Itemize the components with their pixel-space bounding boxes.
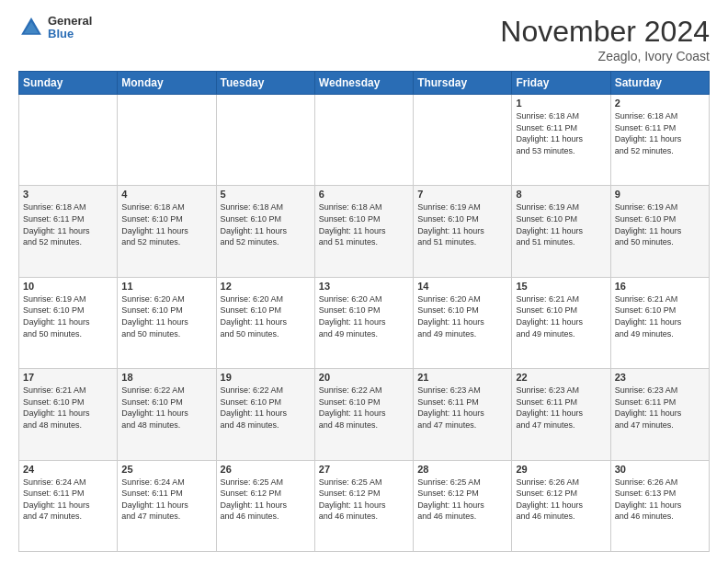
day-number: 3 xyxy=(23,189,113,200)
calendar-cell: 16Sunrise: 6:21 AM Sunset: 6:10 PM Dayli… xyxy=(610,277,709,368)
day-number: 16 xyxy=(615,281,705,292)
day-info: Sunrise: 6:26 AM Sunset: 6:13 PM Dayligh… xyxy=(615,477,705,523)
page-header: General Blue November 2024 Zeaglo, Ivory… xyxy=(18,15,710,63)
day-number: 27 xyxy=(319,464,409,475)
day-info: Sunrise: 6:18 AM Sunset: 6:10 PM Dayligh… xyxy=(121,201,211,247)
day-number: 18 xyxy=(121,372,211,383)
calendar-week-4: 17Sunrise: 6:21 AM Sunset: 6:10 PM Dayli… xyxy=(19,369,710,460)
day-number: 8 xyxy=(516,189,606,200)
day-number: 12 xyxy=(221,281,311,292)
calendar-cell: 17Sunrise: 6:21 AM Sunset: 6:10 PM Dayli… xyxy=(19,369,118,460)
day-info: Sunrise: 6:25 AM Sunset: 6:12 PM Dayligh… xyxy=(221,477,311,523)
calendar-cell: 19Sunrise: 6:22 AM Sunset: 6:10 PM Dayli… xyxy=(216,369,314,460)
calendar-cell: 8Sunrise: 6:19 AM Sunset: 6:10 PM Daylig… xyxy=(512,186,610,277)
calendar-cell: 22Sunrise: 6:23 AM Sunset: 6:11 PM Dayli… xyxy=(512,369,610,460)
day-number: 11 xyxy=(121,281,211,292)
weekday-wednesday: Wednesday xyxy=(314,72,413,95)
day-info: Sunrise: 6:23 AM Sunset: 6:11 PM Dayligh… xyxy=(417,385,507,431)
calendar-body: 1Sunrise: 6:18 AM Sunset: 6:11 PM Daylig… xyxy=(19,95,710,552)
day-info: Sunrise: 6:24 AM Sunset: 6:11 PM Dayligh… xyxy=(121,477,211,523)
day-info: Sunrise: 6:21 AM Sunset: 6:10 PM Dayligh… xyxy=(516,293,606,339)
calendar-cell: 11Sunrise: 6:20 AM Sunset: 6:10 PM Dayli… xyxy=(118,277,216,368)
calendar-table: SundayMondayTuesdayWednesdayThursdayFrid… xyxy=(18,71,710,552)
calendar-cell xyxy=(216,95,314,186)
calendar-cell: 7Sunrise: 6:19 AM Sunset: 6:10 PM Daylig… xyxy=(414,186,512,277)
day-info: Sunrise: 6:18 AM Sunset: 6:10 PM Dayligh… xyxy=(221,201,311,247)
day-number: 28 xyxy=(417,464,507,475)
day-info: Sunrise: 6:19 AM Sunset: 6:10 PM Dayligh… xyxy=(417,201,507,247)
calendar-cell: 1Sunrise: 6:18 AM Sunset: 6:11 PM Daylig… xyxy=(512,95,610,186)
weekday-thursday: Thursday xyxy=(414,72,512,95)
day-info: Sunrise: 6:19 AM Sunset: 6:10 PM Dayligh… xyxy=(516,201,606,247)
calendar-week-2: 3Sunrise: 6:18 AM Sunset: 6:11 PM Daylig… xyxy=(19,186,710,277)
logo-general: General xyxy=(48,15,92,28)
day-info: Sunrise: 6:18 AM Sunset: 6:10 PM Dayligh… xyxy=(319,201,409,247)
day-info: Sunrise: 6:19 AM Sunset: 6:10 PM Dayligh… xyxy=(615,201,705,247)
weekday-tuesday: Tuesday xyxy=(216,72,314,95)
day-number: 24 xyxy=(23,464,113,475)
day-info: Sunrise: 6:23 AM Sunset: 6:11 PM Dayligh… xyxy=(615,385,705,431)
calendar-cell: 24Sunrise: 6:24 AM Sunset: 6:11 PM Dayli… xyxy=(19,460,118,551)
weekday-saturday: Saturday xyxy=(610,72,709,95)
calendar-cell: 29Sunrise: 6:26 AM Sunset: 6:12 PM Dayli… xyxy=(512,460,610,551)
day-info: Sunrise: 6:22 AM Sunset: 6:10 PM Dayligh… xyxy=(221,385,311,431)
day-number: 10 xyxy=(23,281,113,292)
day-info: Sunrise: 6:21 AM Sunset: 6:10 PM Dayligh… xyxy=(615,293,705,339)
calendar-cell: 30Sunrise: 6:26 AM Sunset: 6:13 PM Dayli… xyxy=(610,460,709,551)
day-number: 30 xyxy=(615,464,705,475)
day-info: Sunrise: 6:22 AM Sunset: 6:10 PM Dayligh… xyxy=(319,385,409,431)
calendar-cell: 23Sunrise: 6:23 AM Sunset: 6:11 PM Dayli… xyxy=(610,369,709,460)
day-number: 19 xyxy=(221,372,311,383)
day-number: 17 xyxy=(23,372,113,383)
day-info: Sunrise: 6:25 AM Sunset: 6:12 PM Dayligh… xyxy=(417,477,507,523)
calendar-week-5: 24Sunrise: 6:24 AM Sunset: 6:11 PM Dayli… xyxy=(19,460,710,551)
calendar-cell: 28Sunrise: 6:25 AM Sunset: 6:12 PM Dayli… xyxy=(414,460,512,551)
calendar-cell: 21Sunrise: 6:23 AM Sunset: 6:11 PM Dayli… xyxy=(414,369,512,460)
day-number: 25 xyxy=(121,464,211,475)
day-info: Sunrise: 6:19 AM Sunset: 6:10 PM Dayligh… xyxy=(23,293,113,339)
day-number: 14 xyxy=(417,281,507,292)
calendar-cell: 25Sunrise: 6:24 AM Sunset: 6:11 PM Dayli… xyxy=(118,460,216,551)
day-number: 9 xyxy=(615,189,705,200)
day-info: Sunrise: 6:18 AM Sunset: 6:11 PM Dayligh… xyxy=(23,201,113,247)
day-number: 20 xyxy=(319,372,409,383)
calendar-cell xyxy=(314,95,413,186)
day-info: Sunrise: 6:22 AM Sunset: 6:10 PM Dayligh… xyxy=(121,385,211,431)
logo-icon xyxy=(18,15,44,40)
calendar-cell: 20Sunrise: 6:22 AM Sunset: 6:10 PM Dayli… xyxy=(314,369,413,460)
calendar-cell: 13Sunrise: 6:20 AM Sunset: 6:10 PM Dayli… xyxy=(314,277,413,368)
day-info: Sunrise: 6:20 AM Sunset: 6:10 PM Dayligh… xyxy=(121,293,211,339)
day-number: 15 xyxy=(516,281,606,292)
day-info: Sunrise: 6:18 AM Sunset: 6:11 PM Dayligh… xyxy=(615,110,705,156)
calendar-cell: 10Sunrise: 6:19 AM Sunset: 6:10 PM Dayli… xyxy=(19,277,118,368)
weekday-sunday: Sunday xyxy=(19,72,118,95)
calendar-cell: 3Sunrise: 6:18 AM Sunset: 6:11 PM Daylig… xyxy=(19,186,118,277)
calendar-cell: 15Sunrise: 6:21 AM Sunset: 6:10 PM Dayli… xyxy=(512,277,610,368)
day-number: 23 xyxy=(615,372,705,383)
month-title: November 2024 xyxy=(500,15,710,49)
calendar-cell: 26Sunrise: 6:25 AM Sunset: 6:12 PM Dayli… xyxy=(216,460,314,551)
day-number: 6 xyxy=(319,189,409,200)
day-number: 13 xyxy=(319,281,409,292)
weekday-header-row: SundayMondayTuesdayWednesdayThursdayFrid… xyxy=(19,72,710,95)
day-number: 7 xyxy=(417,189,507,200)
calendar-week-3: 10Sunrise: 6:19 AM Sunset: 6:10 PM Dayli… xyxy=(19,277,710,368)
day-number: 2 xyxy=(615,98,705,109)
day-info: Sunrise: 6:20 AM Sunset: 6:10 PM Dayligh… xyxy=(221,293,311,339)
day-info: Sunrise: 6:26 AM Sunset: 6:12 PM Dayligh… xyxy=(516,477,606,523)
day-number: 29 xyxy=(516,464,606,475)
weekday-monday: Monday xyxy=(118,72,216,95)
day-info: Sunrise: 6:20 AM Sunset: 6:10 PM Dayligh… xyxy=(319,293,409,339)
day-number: 22 xyxy=(516,372,606,383)
calendar-cell: 14Sunrise: 6:20 AM Sunset: 6:10 PM Dayli… xyxy=(414,277,512,368)
logo-blue: Blue xyxy=(48,28,92,40)
day-info: Sunrise: 6:23 AM Sunset: 6:11 PM Dayligh… xyxy=(516,385,606,431)
day-info: Sunrise: 6:24 AM Sunset: 6:11 PM Dayligh… xyxy=(23,477,113,523)
weekday-friday: Friday xyxy=(512,72,610,95)
calendar-cell: 12Sunrise: 6:20 AM Sunset: 6:10 PM Dayli… xyxy=(216,277,314,368)
day-number: 1 xyxy=(516,98,606,109)
day-number: 26 xyxy=(221,464,311,475)
day-info: Sunrise: 6:21 AM Sunset: 6:10 PM Dayligh… xyxy=(23,385,113,431)
day-info: Sunrise: 6:18 AM Sunset: 6:11 PM Dayligh… xyxy=(516,110,606,156)
calendar-week-1: 1Sunrise: 6:18 AM Sunset: 6:11 PM Daylig… xyxy=(19,95,710,186)
